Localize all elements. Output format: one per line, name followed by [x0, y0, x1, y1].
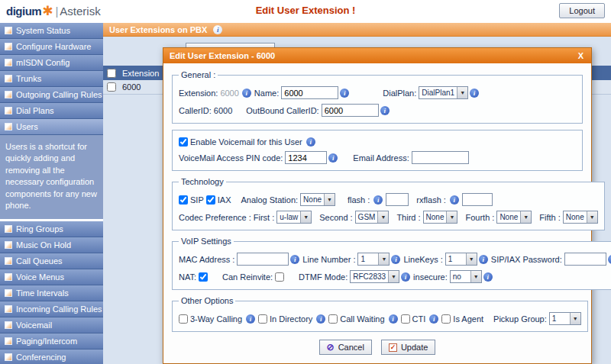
sidebar-item-label: Trunks: [16, 74, 41, 83]
codec-fourth-label: Fourth :: [465, 213, 494, 222]
menu-icon: [5, 337, 12, 345]
info-icon[interactable]: i: [316, 314, 325, 324]
dialplan-select[interactable]: DialPlan1 ▼: [419, 86, 468, 99]
info-icon[interactable]: i: [306, 137, 315, 147]
sidebar-item-trunks[interactable]: Trunks: [0, 71, 103, 87]
dialplan-label: DialPlan:: [383, 89, 416, 98]
sidebar-item-configure-hardware[interactable]: Configure Hardware: [0, 39, 103, 55]
sidebar-item-label: Paging/Intercom: [16, 337, 77, 346]
outbound-callerid-input[interactable]: [322, 104, 379, 117]
info-icon[interactable]: i: [213, 25, 222, 34]
voicemail-pin-input[interactable]: [285, 151, 327, 164]
info-icon[interactable]: i: [373, 195, 383, 205]
sidebar-item-label: System Status: [16, 26, 70, 35]
call-waiting-checkbox[interactable]: [328, 314, 338, 324]
linekeys-select[interactable]: 1 ▼: [445, 253, 477, 266]
info-icon[interactable]: i: [340, 89, 349, 98]
general-fieldset: General : Extension: 6000 i Name: i Dial…: [172, 70, 583, 124]
update-button[interactable]: ✓ Update: [381, 340, 435, 355]
sidebar-item-misdn-config[interactable]: mISDN Config: [0, 55, 103, 71]
name-input[interactable]: [281, 86, 338, 99]
info-icon[interactable]: i: [391, 255, 400, 264]
sip-iax-password-input[interactable]: [564, 253, 606, 266]
chevron-down-icon: ▼: [446, 211, 457, 223]
nat-checkbox[interactable]: [199, 272, 208, 282]
codec-fourth-select[interactable]: None ▼: [496, 211, 532, 224]
email-address-label: Email Address:: [353, 153, 409, 163]
mac-address-input[interactable]: [237, 253, 289, 266]
sidebar-item-time-intervals[interactable]: Time Intervals: [0, 285, 103, 301]
info-icon[interactable]: i: [328, 153, 338, 163]
email-address-input[interactable]: [412, 151, 469, 164]
is-agent-checkbox[interactable]: [441, 314, 451, 324]
codec-fifth-select[interactable]: None ▼: [563, 211, 598, 224]
rxflash-input[interactable]: [462, 193, 493, 206]
sidebar-item-conferencing[interactable]: Conferencing: [0, 350, 103, 364]
menu-icon: [5, 257, 12, 265]
edit-user-extension-dialog: Edit User Extension - 6000 X General : E…: [163, 47, 592, 364]
info-icon[interactable]: i: [483, 272, 493, 282]
sip-checkbox[interactable]: [179, 195, 188, 205]
info-icon[interactable]: i: [429, 314, 438, 324]
info-icon[interactable]: i: [290, 255, 299, 264]
can-reinvite-label: Can Reinvite:: [222, 272, 273, 282]
enable-voicemail-checkbox[interactable]: [179, 137, 188, 147]
info-icon[interactable]: i: [242, 89, 251, 98]
sidebar-item-voice-menus[interactable]: Voice Menus: [0, 269, 103, 285]
codec-third-select[interactable]: None ▼: [423, 211, 458, 224]
callerid-label: CallerID:: [179, 106, 212, 115]
pickup-group-select[interactable]: 1 ▼: [549, 312, 581, 325]
checked-box-icon: ✓: [389, 343, 397, 352]
sidebar-item-voicemail[interactable]: Voicemail: [0, 317, 103, 333]
info-icon[interactable]: i: [401, 272, 410, 282]
sidebar-item-incoming-calling-rules[interactable]: Incoming Calling Rules: [0, 301, 103, 317]
close-icon[interactable]: X: [577, 51, 585, 60]
row-checkbox[interactable]: [107, 82, 116, 92]
codec-preference-label: Codec Preference :: [179, 213, 251, 222]
iax-checkbox[interactable]: [206, 195, 215, 205]
sidebar-item-paging-intercom[interactable]: Paging/Intercom: [0, 333, 103, 350]
analog-station-select[interactable]: None ▼: [300, 193, 335, 206]
select-all-checkbox[interactable]: [107, 69, 116, 78]
codec-first-select[interactable]: u-law ▼: [276, 211, 312, 224]
other-options-fieldset: Other Options 3-Way Calling i In Directo…: [172, 296, 588, 332]
codec-second-label: Second :: [319, 213, 352, 222]
sidebar-item-label: Ring Groups: [16, 224, 63, 234]
codec-second-select[interactable]: GSM ▼: [355, 211, 390, 224]
sidebar-item-system-status[interactable]: System Status: [0, 23, 103, 39]
sidebar-item-call-queues[interactable]: Call Queues: [0, 253, 103, 269]
dialog-title: Edit User Extension - 6000: [170, 51, 275, 60]
cti-checkbox[interactable]: [401, 314, 410, 324]
dialog-body: General : Extension: 6000 i Name: i Dial…: [163, 63, 591, 363]
in-directory-checkbox[interactable]: [258, 314, 267, 324]
menu-icon: [5, 91, 12, 98]
flash-input[interactable]: [386, 193, 409, 206]
cancel-button[interactable]: ⊘ Cancel: [319, 340, 372, 355]
info-icon[interactable]: i: [608, 255, 611, 264]
technology-legend: Technology: [179, 177, 226, 186]
cancel-label: Cancel: [338, 343, 364, 352]
info-icon[interactable]: i: [389, 314, 398, 324]
chevron-down-icon: ▼: [587, 211, 597, 223]
line-number-select[interactable]: 1 ▼: [357, 253, 390, 266]
menu-icon: [5, 225, 12, 233]
sidebar-item-outgoing-calling-rules[interactable]: Outgoing Calling Rules: [0, 87, 103, 103]
insecure-select[interactable]: no ▼: [450, 270, 482, 283]
sidebar-item-dial-plans[interactable]: Dial Plans: [0, 103, 103, 119]
info-icon[interactable]: i: [479, 255, 488, 264]
info-icon[interactable]: i: [246, 314, 255, 324]
info-icon[interactable]: i: [450, 195, 459, 205]
sidebar-item-music-on-hold[interactable]: Music On Hold: [0, 237, 103, 253]
linekeys-select-value: 1: [446, 255, 466, 263]
sidebar-item-label: Time Intervals: [16, 288, 69, 298]
call-waiting-label: Call Waiting: [340, 314, 384, 324]
three-way-calling-checkbox[interactable]: [179, 314, 188, 324]
rxflash-label: rxflash :: [416, 195, 446, 205]
sidebar-item-ring-groups[interactable]: Ring Groups: [0, 221, 103, 237]
sidebar-item-users[interactable]: Users: [0, 119, 103, 135]
can-reinvite-checkbox[interactable]: [275, 272, 284, 282]
logout-button[interactable]: Logout: [559, 3, 605, 18]
dtmf-mode-select[interactable]: RFC2833 ▼: [350, 270, 399, 283]
info-icon[interactable]: i: [380, 106, 390, 115]
info-icon[interactable]: i: [470, 89, 479, 98]
